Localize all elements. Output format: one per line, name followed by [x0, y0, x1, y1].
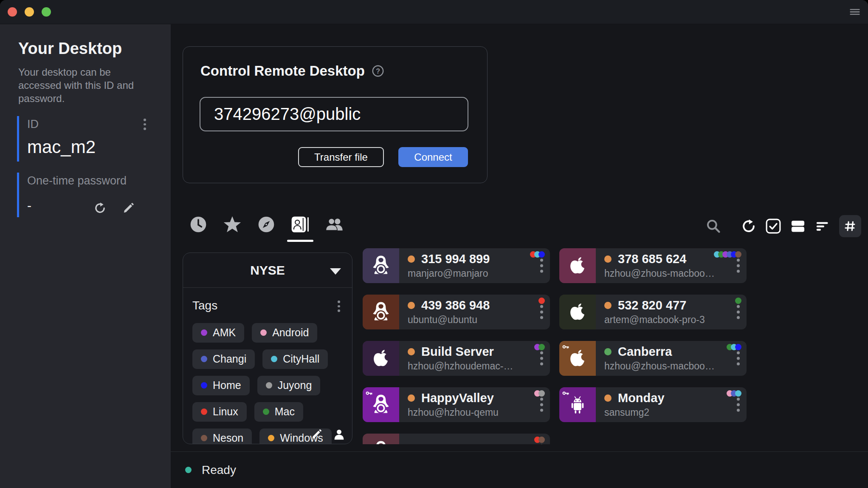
device-menu-button[interactable]: [540, 398, 543, 412]
tag-chip-home[interactable]: Home: [192, 376, 250, 395]
card-view-button[interactable]: [790, 218, 806, 234]
device-avatar: [559, 295, 596, 329]
status-text: Ready: [202, 463, 236, 477]
help-icon[interactable]: [372, 65, 384, 77]
tab-recent-sessions[interactable]: [185, 215, 211, 242]
edit-tag-button[interactable]: [310, 428, 323, 440]
tag-chip-juyong[interactable]: Juyong: [257, 376, 321, 395]
device-menu-button[interactable]: [737, 398, 740, 412]
device-avatar: [363, 295, 399, 329]
password-label: One-time password: [27, 174, 155, 187]
tag-chip-amk[interactable]: AMK: [192, 323, 244, 343]
tab-underline: [185, 240, 211, 242]
connect-button[interactable]: Connect: [398, 147, 468, 167]
device-card[interactable]: 439 386 948ubuntu@ubuntu: [363, 295, 550, 329]
device-card[interactable]: 315 994 899manjaro@manjaro: [363, 248, 550, 283]
tab-address-book[interactable]: [287, 215, 313, 242]
tab-group[interactable]: [321, 215, 347, 242]
status-dot: [408, 302, 415, 309]
device-menu-button[interactable]: [737, 305, 740, 319]
device-card[interactable]: HappyValleyhzhou@hzhou-qemu: [363, 387, 550, 422]
device-card[interactable]: Mondaysansumg2: [559, 387, 747, 422]
tag-color-dot: [271, 356, 277, 362]
multi-select-button[interactable]: [765, 218, 781, 234]
device-menu-button[interactable]: [540, 444, 543, 445]
add-person-button[interactable]: [333, 428, 345, 440]
address-book-selector[interactable]: NYSE: [183, 253, 352, 288]
filter-by-tag-button[interactable]: [839, 215, 861, 237]
minimize-button[interactable]: [25, 7, 34, 17]
password-value: -: [27, 199, 155, 213]
hash-icon: [843, 219, 857, 233]
maximize-button[interactable]: [42, 7, 51, 17]
device-username: hzhou@zhous-macbook-...: [604, 268, 747, 279]
transfer-file-button[interactable]: Transfer file: [298, 147, 384, 167]
status-dot: [604, 302, 612, 309]
device-menu-button[interactable]: [540, 305, 543, 319]
tab-discovered[interactable]: [253, 215, 279, 242]
device-name: Canberra: [618, 345, 672, 359]
status-dot: [408, 255, 415, 263]
tag-chip-changi[interactable]: Changi: [192, 349, 255, 369]
apple-logo-icon: [371, 347, 391, 370]
id-menu-button[interactable]: [140, 117, 149, 132]
refresh-password-icon[interactable]: [93, 201, 107, 215]
apple-logo-icon: [568, 254, 587, 277]
tag-chip-neson[interactable]: Neson: [192, 428, 252, 445]
tab-favorites[interactable]: [219, 215, 245, 242]
device-card[interactable]: [363, 434, 550, 444]
tag-color-dot: [266, 382, 272, 389]
connection-status-dot: [185, 467, 192, 473]
device-card[interactable]: Build Serverhzhou@hzhoudemac-mini: [363, 341, 550, 376]
device-menu-button[interactable]: [540, 259, 543, 273]
device-grid[interactable]: 315 994 899manjaro@manjaro378 685 624hzh…: [363, 248, 747, 444]
star-icon: [223, 215, 242, 234]
tags-menu-button[interactable]: [334, 299, 344, 314]
tag-chip-mac[interactable]: Mac: [254, 402, 303, 422]
tag-label: Linux: [213, 406, 238, 418]
status-dot: [604, 255, 612, 263]
hamburger-menu-icon[interactable]: [848, 6, 861, 18]
search-button[interactable]: [705, 218, 721, 234]
device-name: 378 685 624: [618, 252, 686, 266]
tag-color-dot: [268, 435, 274, 441]
tab-underline: [321, 240, 347, 242]
remote-id-input[interactable]: [200, 97, 468, 131]
main-content: Control Remote Desktop Transfer file Con…: [171, 24, 868, 488]
cards-icon: [790, 218, 806, 234]
device-username: hzhou@hzhou-qemu: [408, 407, 550, 418]
status-dot: [408, 348, 415, 355]
device-name: 439 386 948: [421, 298, 490, 312]
device-card[interactable]: Canberrahzhou@zhous-macbook-...: [559, 341, 747, 376]
device-menu-button[interactable]: [540, 352, 543, 366]
device-card[interactable]: 532 820 477artem@macbook-pro-3: [559, 295, 747, 329]
refresh-button[interactable]: [741, 218, 757, 234]
android-logo-icon: [566, 394, 589, 416]
device-username: ubuntu@ubuntu: [408, 314, 550, 326]
tag-label: Android: [272, 326, 309, 339]
address-book-panel: NYSE Tags AMKAndroidChangiCityHallHomeJu…: [183, 253, 352, 444]
key-icon: [562, 389, 569, 397]
checkbox-icon: [765, 218, 781, 234]
device-card[interactable]: 378 685 624hzhou@zhous-macbook-...: [559, 248, 747, 283]
control-remote-desktop-title: Control Remote Desktop: [200, 63, 365, 79]
id-section: ID mac_m2: [17, 116, 155, 162]
one-time-password-section: One-time password -: [17, 173, 155, 217]
sort-button[interactable]: [814, 218, 831, 234]
status-dot: [604, 394, 612, 402]
tag-chip-android[interactable]: Android: [252, 323, 317, 343]
close-button[interactable]: [8, 7, 17, 17]
edit-password-icon[interactable]: [122, 201, 135, 215]
device-avatar: [363, 387, 399, 422]
sort-icon: [814, 218, 831, 234]
device-name: HappyValley: [421, 391, 494, 405]
tag-chip-cityhall[interactable]: CityHall: [262, 349, 328, 369]
device-tag-dots: [716, 251, 741, 258]
device-username: hzhou@hzhoudemac-mini: [408, 360, 550, 372]
tabs-toolbar-row: [185, 215, 861, 242]
tag-label: Changi: [213, 353, 246, 365]
id-value: mac_m2: [27, 137, 155, 157]
device-menu-button[interactable]: [737, 352, 740, 366]
device-menu-button[interactable]: [737, 259, 740, 273]
tag-chip-linux[interactable]: Linux: [192, 402, 247, 422]
